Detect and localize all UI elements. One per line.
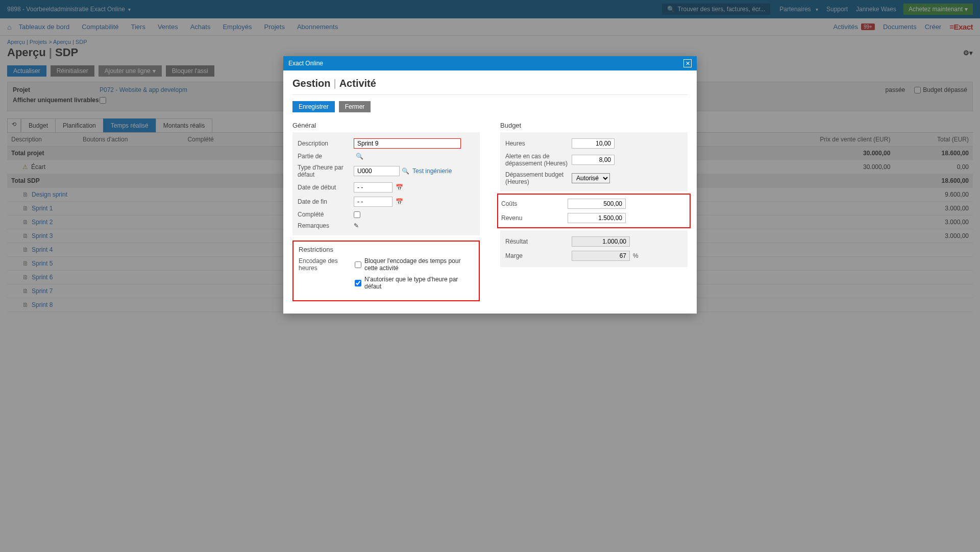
hour-type-input[interactable] [354, 166, 400, 176]
label-block-encoding: Bloquer l'encodage des temps pour cette … [364, 257, 474, 272]
activity-modal: Exact Online ✕ Gestion|Activité Enregist… [283, 56, 697, 312]
label-result: Résultat [505, 238, 572, 245]
section-restrictions: Restrictions [299, 246, 474, 253]
label-only-default: N'autoriser que le type d'heure par défa… [364, 276, 474, 290]
revenue-input[interactable] [568, 213, 626, 223]
percent-label: % [633, 252, 639, 259]
hour-type-link[interactable]: Test ingénierie [412, 167, 452, 175]
close-button[interactable]: Fermer [339, 101, 371, 112]
alert-hours-input[interactable] [572, 155, 615, 165]
modal-title: Gestion|Activité [292, 78, 688, 95]
modal-header: Exact Online ✕ [283, 56, 697, 70]
label-revenue: Revenu [501, 214, 568, 222]
calendar-icon[interactable]: 📅 [396, 198, 403, 205]
save-button[interactable]: Enregistrer [292, 101, 335, 112]
margin-output [572, 251, 630, 261]
overrun-select[interactable]: Autorisé [572, 173, 610, 183]
label-completed: Complété [298, 211, 354, 218]
calendar-icon[interactable]: 📅 [396, 184, 403, 191]
label-hour-type: Type d'heure par défaut [298, 164, 354, 178]
completed-checkbox[interactable] [354, 211, 360, 218]
label-hours: Heures [505, 140, 572, 147]
only-default-checkbox[interactable] [355, 280, 361, 286]
label-description: Description [298, 140, 354, 147]
restrictions-section: Restrictions Encodage des heures Bloquer… [292, 241, 480, 301]
section-general: Général [292, 122, 480, 129]
section-budget: Budget [500, 122, 688, 129]
lookup-icon[interactable]: 🔍 [402, 167, 409, 175]
modal-header-title: Exact Online [288, 60, 323, 67]
close-icon[interactable]: ✕ [683, 59, 692, 67]
cost-revenue-highlight: Coûts Revenu [497, 194, 691, 228]
label-overrun: Dépassement budget (Heures) [505, 171, 572, 185]
label-margin: Marge [505, 252, 572, 259]
label-remarks: Remarques [298, 222, 354, 229]
description-input[interactable] [354, 138, 461, 149]
lookup-icon[interactable]: 🔍 [356, 153, 363, 160]
edit-icon[interactable]: ✎ [354, 222, 359, 229]
end-date-input[interactable] [354, 197, 393, 207]
label-end-date: Date de fin [298, 198, 354, 205]
label-part-of: Partie de [298, 153, 354, 160]
label-alert: Alerte en cas de dépassement (Heures) [505, 153, 572, 167]
modal-overlay: Exact Online ✕ Gestion|Activité Enregist… [0, 0, 980, 312]
start-date-input[interactable] [354, 182, 393, 193]
block-encoding-checkbox[interactable] [355, 261, 361, 268]
label-time-encoding: Encodage des heures [299, 257, 355, 294]
costs-input[interactable] [568, 199, 626, 209]
result-output [572, 236, 630, 247]
label-start-date: Date de début [298, 184, 354, 191]
hours-input[interactable] [572, 138, 615, 149]
label-costs: Coûts [501, 200, 568, 207]
